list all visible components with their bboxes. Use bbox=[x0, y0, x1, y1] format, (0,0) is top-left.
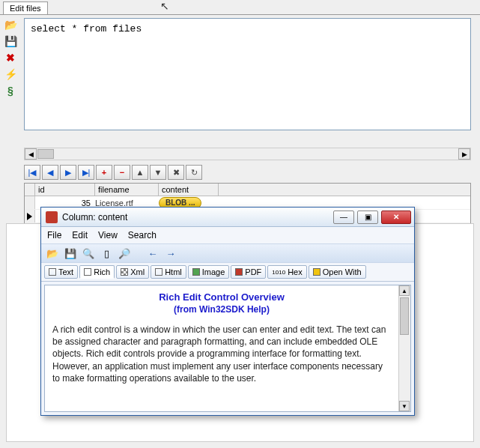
nav-up-button[interactable]: ▲ bbox=[132, 165, 148, 180]
dialog-menubar: File Edit View Search bbox=[41, 227, 414, 243]
dialog-titlebar[interactable]: Column: content — ▣ ✕ bbox=[41, 208, 414, 227]
nav-next-button[interactable]: ▶ bbox=[60, 165, 76, 180]
row-indicator bbox=[25, 196, 35, 209]
minimize-button[interactable]: — bbox=[333, 211, 354, 224]
loop-icon[interactable]: § bbox=[3, 84, 18, 97]
save-icon[interactable]: 💾 bbox=[3, 34, 18, 48]
nav-cancel-button[interactable]: ✖ bbox=[168, 165, 184, 180]
nav-prev-button[interactable]: ◀ bbox=[42, 165, 58, 180]
tb-forward-icon[interactable]: → bbox=[164, 246, 177, 260]
vtab-rich[interactable]: Rich bbox=[79, 265, 115, 279]
xml-icon bbox=[121, 268, 128, 276]
image-icon bbox=[192, 268, 200, 276]
dialog-toolbar: 📂 💾 🔍 ▯ 🔎 ← → bbox=[41, 243, 414, 263]
tb-save-icon[interactable]: 💾 bbox=[64, 246, 77, 260]
editor-hscrollbar[interactable]: ◀ ▶ bbox=[24, 148, 471, 160]
nav-refresh-button[interactable]: ↻ bbox=[186, 165, 202, 180]
vtab-html[interactable]: Html bbox=[151, 265, 186, 279]
pdf-icon bbox=[235, 268, 243, 276]
delete-icon[interactable]: ✖ bbox=[3, 51, 18, 64]
menu-file[interactable]: File bbox=[47, 230, 61, 240]
grid-header-id[interactable]: id bbox=[35, 184, 95, 196]
rich-content[interactable]: Rich Edit Control Overview (from Win32SD… bbox=[45, 285, 398, 411]
vtab-pdf[interactable]: PDF bbox=[231, 265, 266, 279]
openwith-icon bbox=[313, 268, 320, 276]
menu-view[interactable]: View bbox=[98, 230, 118, 240]
view-tabs: Text Rich Xml Html Image PDF 1010Hex Ope… bbox=[41, 263, 414, 282]
content-body: A rich edit control is a window in which… bbox=[52, 324, 391, 384]
execute-icon[interactable]: ⚡ bbox=[3, 67, 18, 81]
tab-strip: Edit files bbox=[0, 0, 480, 15]
grid-header-content[interactable]: content bbox=[159, 184, 219, 196]
sql-editor[interactable]: select * from files bbox=[24, 18, 471, 130]
grid-header-filename[interactable]: filename bbox=[95, 184, 159, 196]
vtab-openwith[interactable]: Open With bbox=[309, 265, 366, 279]
vtab-image[interactable]: Image bbox=[188, 265, 230, 279]
open-icon[interactable]: 📂 bbox=[3, 18, 18, 31]
current-row-icon bbox=[27, 213, 32, 220]
vscroll-thumb[interactable] bbox=[400, 297, 409, 335]
window-buttons: — ▣ ✕ bbox=[333, 211, 411, 224]
editor-wrap: select * from files bbox=[21, 15, 480, 146]
dialog-title: Column: content bbox=[62, 212, 333, 223]
tb-zoom-icon[interactable]: 🔍 bbox=[82, 246, 95, 260]
content-pane: Rich Edit Control Overview (from Win32SD… bbox=[44, 285, 411, 412]
nav-last-button[interactable]: ▶| bbox=[78, 165, 94, 180]
scroll-thumb[interactable] bbox=[37, 149, 54, 159]
content-subheading: (from Win32SDK Help) bbox=[52, 304, 391, 315]
maximize-button[interactable]: ▣ bbox=[357, 211, 378, 224]
vtab-xml[interactable]: Xml bbox=[116, 265, 149, 279]
vtab-hex[interactable]: 1010Hex bbox=[267, 265, 306, 279]
tb-open-icon[interactable]: 📂 bbox=[46, 246, 59, 260]
nav-remove-button[interactable]: − bbox=[114, 165, 130, 180]
scroll-up-icon[interactable]: ▲ bbox=[399, 285, 410, 296]
nav-add-button[interactable]: + bbox=[96, 165, 112, 180]
main-area: 📂 💾 ✖ ⚡ § select * from files bbox=[0, 15, 480, 146]
vtab-text[interactable]: Text bbox=[44, 265, 78, 279]
scroll-right-icon[interactable]: ▶ bbox=[458, 148, 470, 160]
nav-toolbar: |◀ ◀ ▶ ▶| + − ▲ ▼ ✖ ↻ bbox=[24, 165, 471, 180]
vertical-toolbar: 📂 💾 ✖ ⚡ § bbox=[0, 15, 21, 146]
scroll-left-icon[interactable]: ◀ bbox=[25, 148, 37, 160]
html-icon bbox=[155, 268, 162, 276]
tab-edit-files[interactable]: Edit files bbox=[3, 1, 48, 14]
menu-edit[interactable]: Edit bbox=[72, 230, 88, 240]
scroll-down-icon[interactable]: ▼ bbox=[399, 401, 410, 411]
tb-back-icon[interactable]: ← bbox=[146, 246, 160, 260]
tb-find-icon[interactable]: 🔎 bbox=[118, 246, 131, 260]
nav-down-button[interactable]: ▼ bbox=[150, 165, 166, 180]
content-heading: Rich Edit Control Overview bbox=[52, 291, 391, 303]
row-indicator bbox=[25, 210, 35, 223]
close-button[interactable]: ✕ bbox=[381, 211, 411, 224]
content-vscrollbar[interactable]: ▲ ▼ bbox=[398, 285, 410, 411]
nav-first-button[interactable]: |◀ bbox=[24, 165, 40, 180]
column-dialog: Column: content — ▣ ✕ File Edit View Sea… bbox=[40, 207, 415, 416]
grid-header: id filename content bbox=[25, 184, 470, 196]
window-icon bbox=[46, 211, 58, 223]
cell-id: 35 bbox=[35, 199, 95, 208]
rich-icon bbox=[84, 268, 91, 276]
text-icon bbox=[49, 268, 56, 276]
menu-search[interactable]: Search bbox=[128, 230, 157, 240]
cursor-icon: ↖ bbox=[160, 0, 169, 12]
grid-header-indicator bbox=[25, 184, 35, 196]
hex-icon: 1010 bbox=[272, 269, 285, 276]
tb-page-icon[interactable]: ▯ bbox=[100, 246, 113, 260]
cell-filename: License.rtf bbox=[95, 199, 159, 208]
